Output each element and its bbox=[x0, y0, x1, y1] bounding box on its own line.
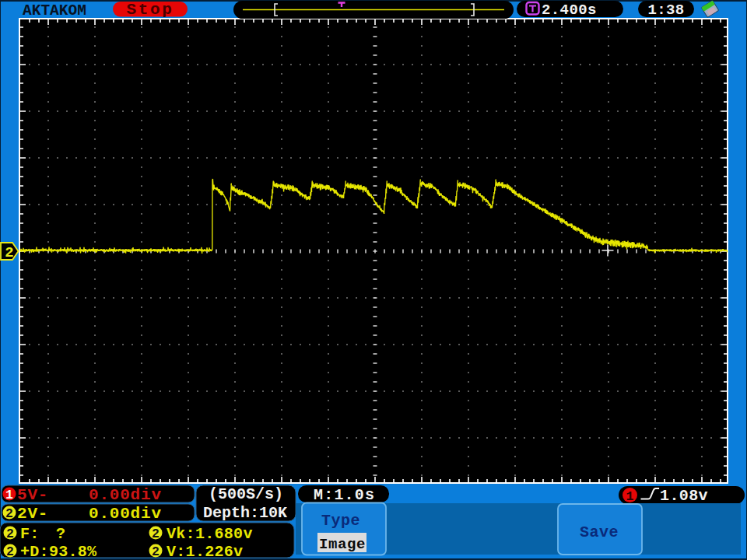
svg-text:2: 2 bbox=[5, 244, 13, 261]
svg-text:1:38: 1:38 bbox=[647, 2, 684, 19]
svg-text:Stop: Stop bbox=[127, 1, 174, 19]
svg-text:1: 1 bbox=[5, 488, 13, 502]
svg-text:F:: F: bbox=[20, 525, 40, 543]
svg-text:AKTAKOM: AKTAKOM bbox=[23, 2, 86, 19]
svg-text:Depth:10K: Depth:10K bbox=[203, 504, 287, 522]
svg-text:V:1.226v: V:1.226v bbox=[167, 543, 243, 560]
svg-text:(500S/s): (500S/s) bbox=[209, 485, 283, 503]
svg-text:+D:93.8%: +D:93.8% bbox=[20, 543, 97, 560]
svg-text:Type: Type bbox=[321, 512, 360, 530]
svg-text:5V-: 5V- bbox=[17, 486, 48, 504]
svg-text:2: 2 bbox=[5, 506, 13, 521]
svg-text:Save: Save bbox=[580, 523, 619, 541]
svg-text:M:1.0s: M:1.0s bbox=[314, 486, 375, 504]
svg-text:2V-: 2V- bbox=[17, 505, 48, 523]
svg-text:2: 2 bbox=[152, 544, 160, 559]
svg-text:2.400s: 2.400s bbox=[542, 2, 597, 19]
svg-text:1: 1 bbox=[626, 489, 634, 504]
svg-text:Vk:1.680v: Vk:1.680v bbox=[167, 525, 253, 543]
svg-text:2: 2 bbox=[6, 544, 14, 559]
svg-text:Image: Image bbox=[319, 536, 366, 553]
svg-text:1.08v: 1.08v bbox=[660, 487, 708, 505]
svg-text:0.00div: 0.00div bbox=[89, 505, 162, 523]
svg-text:?: ? bbox=[56, 525, 65, 543]
svg-text:2: 2 bbox=[152, 527, 160, 541]
svg-text:0.00div: 0.00div bbox=[89, 486, 162, 504]
svg-text:2: 2 bbox=[6, 527, 14, 541]
